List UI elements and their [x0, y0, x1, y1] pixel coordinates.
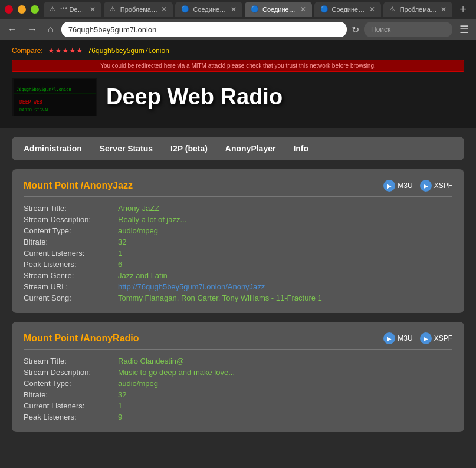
value-stream-url-1[interactable]: http://76qugh5bey5gum7l.onion/AnonyJazz [118, 282, 265, 291]
field-stream-desc-2: Stream Description: Music to go deep and… [24, 368, 452, 377]
xspf-button-1[interactable]: ▶ XSPF [420, 180, 452, 192]
tab-title-4: Соединение... [262, 6, 297, 13]
value-bitrate-1: 32 [118, 238, 126, 246]
tab-title-6: Проблема пр... [400, 6, 438, 13]
tab-5[interactable]: 🔵 Соединение... ✕ [314, 2, 382, 17]
xspf-icon-2: ▶ [420, 332, 432, 344]
mount-title-1: Mount Point /AnonyJazz [24, 180, 133, 191]
value-current-listeners-2: 1 [118, 401, 122, 410]
maximize-button[interactable] [31, 5, 39, 14]
tab-6[interactable]: ⚠ Проблема пр... ✕ [383, 2, 452, 17]
label-peak-listeners-1: Peak Listeners: [24, 260, 118, 269]
nav-item-i2p-beta[interactable]: I2P (beta) [170, 144, 208, 153]
xspf-button-2[interactable]: ▶ XSPF [420, 332, 452, 344]
value-stream-desc-1: Really a lot of jazz... [118, 215, 186, 224]
label-bitrate-1: Bitrate: [24, 238, 118, 246]
value-stream-genre-1: Jazz and Latin [118, 271, 168, 280]
mount-card-anony-radio: Mount Point /AnonyRadio ▶ M3U ▶ XSPF Str… [12, 322, 464, 432]
menu-button[interactable]: ☰ [457, 22, 471, 37]
value-bitrate-2: 32 [118, 390, 126, 399]
field-stream-desc-1: Stream Description: Really a lot of jazz… [24, 215, 452, 224]
nav-item-anony-player[interactable]: AnonyPlayer [225, 144, 276, 153]
nav-item-administration[interactable]: Administration [24, 144, 82, 153]
minimize-button[interactable] [18, 5, 26, 14]
title-bar: ⚠ *** Deep ... ✕ ⚠ Проблема пр... ✕ 🔵 Со… [0, 0, 476, 19]
field-stream-title-1: Stream Title: Anony JaZZ [24, 204, 452, 213]
field-stream-genre-1: Stream Genre: Jazz and Latin [24, 271, 452, 280]
label-content-type-2: Content Type: [24, 379, 118, 388]
m3u-icon-2: ▶ [383, 332, 395, 344]
xspf-icon-1: ▶ [420, 180, 432, 192]
tab-close-3[interactable]: ✕ [231, 5, 237, 14]
tab-close-2[interactable]: ✕ [161, 5, 167, 14]
tab-1[interactable]: ⚠ *** Deep ... ✕ [44, 2, 101, 17]
search-bar[interactable]: Поиск [364, 22, 452, 37]
reload-button[interactable]: ↻ [352, 24, 359, 35]
tab-title-2: Проблема пр... [120, 6, 158, 13]
value-content-type-2: audio/mpeg [118, 379, 158, 388]
tab-close-4[interactable]: ✕ [300, 5, 306, 14]
stream-info-1: Stream Title: Anony JaZZ Stream Descript… [24, 204, 452, 302]
field-current-listeners-1: Current Listeners: 1 [24, 249, 452, 258]
tab-4[interactable]: 🔵 Соединение... ✕ [245, 2, 312, 17]
tab-2[interactable]: ⚠ Проблема пр... ✕ [104, 2, 173, 17]
value-stream-desc-2: Music to go deep and make love... [118, 368, 235, 377]
logo-image: 76qugh5bey5gum7l.onion DEEP WEB RADIO SI… [12, 78, 97, 116]
xspf-label-1: XSPF [434, 182, 452, 190]
value-current-song-1: Tommy Flanagan, Ron Carter, Tony William… [118, 294, 322, 302]
site-title: Deep Web Radio [106, 84, 283, 110]
nav-menu: Administration Server Status I2P (beta) … [12, 137, 464, 160]
address-bar[interactable]: 76qugh5bey5gum7l.onion [61, 22, 347, 37]
svg-text:DEEP WEB: DEEP WEB [19, 100, 42, 105]
label-stream-desc-2: Stream Description: [24, 368, 118, 377]
field-peak-listeners-1: Peak Listeners: 6 [24, 260, 452, 269]
nav-item-info[interactable]: Info [293, 144, 308, 153]
tab-favicon-6: ⚠ [389, 5, 396, 14]
field-content-type-1: Content Type: audio/mpeg [24, 226, 452, 235]
logo-area: 76qugh5bey5gum7l.onion DEEP WEB RADIO SI… [12, 78, 464, 116]
tab-close-5[interactable]: ✕ [369, 5, 375, 14]
value-content-type-1: audio/mpeg [118, 226, 158, 235]
field-bitrate-1: Bitrate: 32 [24, 238, 452, 246]
tab-close-1[interactable]: ✕ [90, 5, 96, 14]
tab-3[interactable]: 🔵 Соединение... ✕ [175, 2, 242, 17]
m3u-button-2[interactable]: ▶ M3U [383, 332, 412, 344]
label-current-listeners-1: Current Listeners: [24, 249, 118, 258]
close-button[interactable] [5, 5, 13, 14]
new-tab-button[interactable]: + [455, 3, 471, 17]
window-controls[interactable] [5, 5, 39, 14]
value-peak-listeners-1: 6 [118, 260, 122, 269]
label-stream-title-1: Stream Title: [24, 204, 118, 213]
back-button[interactable]: ← [5, 23, 20, 36]
mount-actions-1: ▶ M3U ▶ XSPF [383, 180, 452, 192]
field-current-listeners-2: Current Listeners: 1 [24, 401, 452, 410]
stream-info-2: Stream Title: Radio Clandestin@ Stream D… [24, 357, 452, 421]
tab-title-5: Соединение... [332, 6, 366, 13]
field-current-song-1: Current Song: Tommy Flanagan, Ron Carter… [24, 294, 452, 302]
nav-item-server-status[interactable]: Server Status [100, 144, 153, 153]
tab-favicon-4: 🔵 [251, 5, 259, 14]
tab-favicon-5: 🔵 [320, 5, 329, 14]
label-stream-url-1: Stream URL: [24, 282, 118, 291]
forward-button[interactable]: → [25, 23, 40, 36]
m3u-label-2: M3U [398, 334, 412, 342]
xspf-label-2: XSPF [434, 334, 452, 342]
home-button[interactable]: ⌂ [45, 23, 57, 36]
tab-favicon-3: 🔵 [181, 5, 189, 14]
logo-svg: 76qugh5bey5gum7l.onion DEEP WEB RADIO SI… [14, 79, 96, 116]
svg-text:76qugh5bey5gum7l.onion: 76qugh5bey5gum7l.onion [17, 87, 71, 92]
tab-close-6[interactable]: ✕ [441, 5, 447, 14]
label-current-song-1: Current Song: [24, 294, 118, 302]
m3u-button-1[interactable]: ▶ M3U [383, 180, 412, 192]
field-peak-listeners-2: Peak Listeners: 9 [24, 413, 452, 421]
search-placeholder: Поиск [371, 25, 390, 34]
label-peak-listeners-2: Peak Listeners: [24, 413, 118, 421]
tab-favicon-1: ⚠ [50, 5, 57, 14]
label-current-listeners-2: Current Listeners: [24, 401, 118, 410]
mount-header-2: Mount Point /AnonyRadio ▶ M3U ▶ XSPF [24, 332, 452, 350]
warning-text: You could be redirected here via a MITM … [100, 62, 376, 69]
value-stream-title-2: Radio Clandestin@ [118, 357, 184, 365]
label-bitrate-2: Bitrate: [24, 390, 118, 399]
svg-text:RADIO SIGNAL: RADIO SIGNAL [19, 108, 50, 113]
mount-header-1: Mount Point /AnonyJazz ▶ M3U ▶ XSPF [24, 180, 452, 197]
